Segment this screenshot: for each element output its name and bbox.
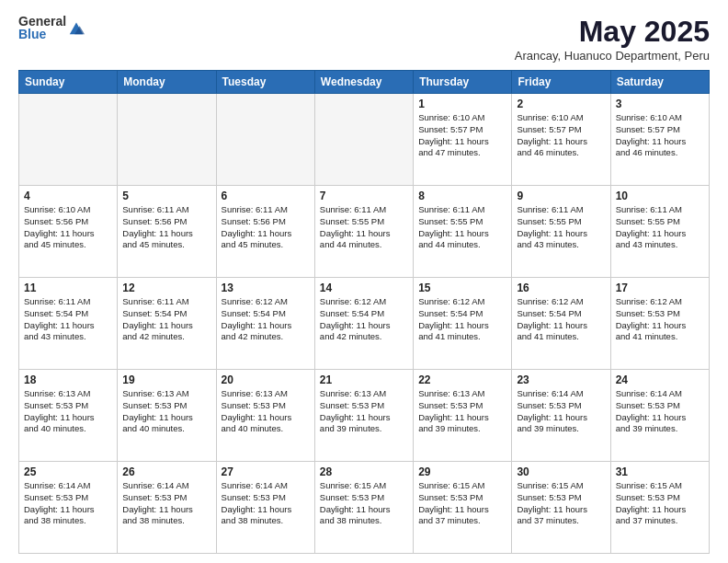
day-number: 22 — [418, 373, 506, 386]
calendar-cell: 8Sunrise: 6:11 AM Sunset: 5:55 PM Daylig… — [414, 186, 512, 278]
day-number: 20 — [222, 373, 310, 386]
month-title: May 2025 — [515, 15, 710, 49]
calendar-cell: 23Sunrise: 6:14 AM Sunset: 5:53 PM Dayli… — [512, 370, 610, 462]
calendar-cell: 21Sunrise: 6:13 AM Sunset: 5:53 PM Dayli… — [314, 370, 413, 462]
calendar-cell — [314, 94, 413, 186]
day-info: Sunrise: 6:14 AM Sunset: 5:53 PM Dayligh… — [517, 388, 605, 435]
calendar-cell: 19Sunrise: 6:13 AM Sunset: 5:53 PM Dayli… — [118, 370, 216, 462]
calendar-cell: 30Sunrise: 6:15 AM Sunset: 5:53 PM Dayli… — [512, 462, 610, 554]
calendar-week-1: 1Sunrise: 6:10 AM Sunset: 5:57 PM Daylig… — [19, 94, 710, 186]
day-number: 15 — [418, 282, 506, 294]
day-number: 24 — [616, 373, 704, 386]
calendar-cell: 22Sunrise: 6:13 AM Sunset: 5:53 PM Dayli… — [414, 370, 512, 462]
day-number: 5 — [122, 190, 210, 202]
calendar-cell: 16Sunrise: 6:12 AM Sunset: 5:54 PM Dayli… — [512, 278, 610, 370]
calendar-week-3: 11Sunrise: 6:11 AM Sunset: 5:54 PM Dayli… — [19, 278, 710, 370]
calendar-cell: 6Sunrise: 6:11 AM Sunset: 5:56 PM Daylig… — [216, 186, 314, 278]
day-header-thursday: Thursday — [414, 71, 512, 94]
day-info: Sunrise: 6:14 AM Sunset: 5:53 PM Dayligh… — [222, 480, 310, 527]
day-number: 13 — [222, 282, 310, 294]
day-number: 26 — [122, 465, 210, 478]
title-section: May 2025 Arancay, Huanuco Department, Pe… — [515, 15, 710, 63]
day-info: Sunrise: 6:11 AM Sunset: 5:55 PM Dayligh… — [418, 204, 506, 251]
calendar-cell: 28Sunrise: 6:15 AM Sunset: 5:53 PM Dayli… — [314, 462, 413, 554]
day-number: 27 — [222, 465, 310, 478]
logo-icon — [68, 19, 85, 36]
calendar-cell: 11Sunrise: 6:11 AM Sunset: 5:54 PM Dayli… — [19, 278, 118, 370]
day-info: Sunrise: 6:10 AM Sunset: 5:57 PM Dayligh… — [418, 112, 506, 159]
calendar-cell — [216, 94, 314, 186]
day-number: 7 — [320, 190, 408, 202]
calendar-cell: 17Sunrise: 6:12 AM Sunset: 5:53 PM Dayli… — [610, 278, 709, 370]
logo-text: General Blue — [18, 15, 66, 40]
calendar-cell: 9Sunrise: 6:11 AM Sunset: 5:55 PM Daylig… — [512, 186, 610, 278]
calendar-cell: 4Sunrise: 6:10 AM Sunset: 5:56 PM Daylig… — [19, 186, 118, 278]
subtitle: Arancay, Huanuco Department, Peru — [515, 49, 710, 63]
page: General Blue May 2025 Arancay, Huanuco D… — [0, 0, 728, 563]
day-info: Sunrise: 6:11 AM Sunset: 5:54 PM Dayligh… — [24, 296, 112, 343]
day-info: Sunrise: 6:13 AM Sunset: 5:53 PM Dayligh… — [222, 388, 310, 435]
day-info: Sunrise: 6:14 AM Sunset: 5:53 PM Dayligh… — [616, 388, 704, 435]
day-info: Sunrise: 6:15 AM Sunset: 5:53 PM Dayligh… — [418, 480, 506, 527]
calendar-cell: 31Sunrise: 6:15 AM Sunset: 5:53 PM Dayli… — [610, 462, 709, 554]
calendar-cell: 13Sunrise: 6:12 AM Sunset: 5:54 PM Dayli… — [216, 278, 314, 370]
calendar-cell: 20Sunrise: 6:13 AM Sunset: 5:53 PM Dayli… — [216, 370, 314, 462]
day-info: Sunrise: 6:13 AM Sunset: 5:53 PM Dayligh… — [24, 388, 112, 435]
day-header-saturday: Saturday — [610, 71, 709, 94]
day-number: 14 — [320, 282, 408, 294]
day-info: Sunrise: 6:11 AM Sunset: 5:54 PM Dayligh… — [122, 296, 210, 343]
day-info: Sunrise: 6:14 AM Sunset: 5:53 PM Dayligh… — [122, 480, 210, 527]
calendar-cell: 15Sunrise: 6:12 AM Sunset: 5:54 PM Dayli… — [414, 278, 512, 370]
day-number: 11 — [24, 282, 112, 294]
day-number: 31 — [616, 465, 704, 478]
calendar-week-2: 4Sunrise: 6:10 AM Sunset: 5:56 PM Daylig… — [19, 186, 710, 278]
day-number: 1 — [418, 98, 506, 110]
day-info: Sunrise: 6:10 AM Sunset: 5:56 PM Dayligh… — [24, 204, 112, 251]
day-header-sunday: Sunday — [19, 71, 118, 94]
day-number: 21 — [320, 373, 408, 386]
day-number: 8 — [418, 190, 506, 202]
day-number: 16 — [517, 282, 605, 294]
header: General Blue May 2025 Arancay, Huanuco D… — [18, 15, 710, 63]
day-header-monday: Monday — [118, 71, 216, 94]
calendar-cell — [118, 94, 216, 186]
calendar-week-5: 25Sunrise: 6:14 AM Sunset: 5:53 PM Dayli… — [19, 462, 710, 554]
day-header-friday: Friday — [512, 71, 610, 94]
day-info: Sunrise: 6:12 AM Sunset: 5:53 PM Dayligh… — [616, 296, 704, 343]
day-number: 30 — [517, 465, 605, 478]
day-number: 29 — [418, 465, 506, 478]
day-info: Sunrise: 6:13 AM Sunset: 5:53 PM Dayligh… — [418, 388, 506, 435]
calendar-cell: 3Sunrise: 6:10 AM Sunset: 5:57 PM Daylig… — [610, 94, 709, 186]
calendar-cell: 29Sunrise: 6:15 AM Sunset: 5:53 PM Dayli… — [414, 462, 512, 554]
calendar-cell: 5Sunrise: 6:11 AM Sunset: 5:56 PM Daylig… — [118, 186, 216, 278]
day-info: Sunrise: 6:11 AM Sunset: 5:56 PM Dayligh… — [222, 204, 310, 251]
day-number: 23 — [517, 373, 605, 386]
calendar-cell: 14Sunrise: 6:12 AM Sunset: 5:54 PM Dayli… — [314, 278, 413, 370]
day-number: 18 — [24, 373, 112, 386]
calendar-cell — [19, 94, 118, 186]
day-info: Sunrise: 6:12 AM Sunset: 5:54 PM Dayligh… — [418, 296, 506, 343]
day-number: 6 — [222, 190, 310, 202]
day-number: 4 — [24, 190, 112, 202]
day-number: 10 — [616, 190, 704, 202]
day-number: 12 — [122, 282, 210, 294]
day-info: Sunrise: 6:11 AM Sunset: 5:55 PM Dayligh… — [517, 204, 605, 251]
logo-general: General — [18, 15, 66, 28]
calendar-cell: 2Sunrise: 6:10 AM Sunset: 5:57 PM Daylig… — [512, 94, 610, 186]
day-header-wednesday: Wednesday — [314, 71, 413, 94]
day-number: 17 — [616, 282, 704, 294]
calendar-cell: 25Sunrise: 6:14 AM Sunset: 5:53 PM Dayli… — [19, 462, 118, 554]
day-info: Sunrise: 6:12 AM Sunset: 5:54 PM Dayligh… — [517, 296, 605, 343]
calendar-cell: 26Sunrise: 6:14 AM Sunset: 5:53 PM Dayli… — [118, 462, 216, 554]
calendar-cell: 1Sunrise: 6:10 AM Sunset: 5:57 PM Daylig… — [414, 94, 512, 186]
day-info: Sunrise: 6:11 AM Sunset: 5:55 PM Dayligh… — [320, 204, 408, 251]
day-info: Sunrise: 6:15 AM Sunset: 5:53 PM Dayligh… — [517, 480, 605, 527]
calendar-cell: 18Sunrise: 6:13 AM Sunset: 5:53 PM Dayli… — [19, 370, 118, 462]
calendar-cell: 27Sunrise: 6:14 AM Sunset: 5:53 PM Dayli… — [216, 462, 314, 554]
calendar: SundayMondayTuesdayWednesdayThursdayFrid… — [18, 70, 710, 554]
day-header-tuesday: Tuesday — [216, 71, 314, 94]
day-number: 2 — [517, 98, 605, 110]
day-number: 19 — [122, 373, 210, 386]
calendar-cell: 10Sunrise: 6:11 AM Sunset: 5:55 PM Dayli… — [610, 186, 709, 278]
day-info: Sunrise: 6:15 AM Sunset: 5:53 PM Dayligh… — [616, 480, 704, 527]
